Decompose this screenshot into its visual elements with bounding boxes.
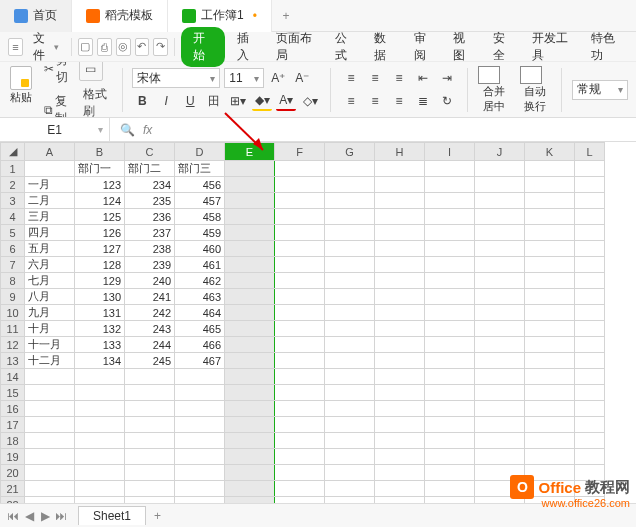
- cell-F3[interactable]: [275, 193, 325, 209]
- cell-G11[interactable]: [325, 321, 375, 337]
- cell-A16[interactable]: [25, 401, 75, 417]
- cell-E5[interactable]: [225, 225, 275, 241]
- cell-C4[interactable]: 236: [125, 209, 175, 225]
- cell-K19[interactable]: [525, 449, 575, 465]
- italic-button[interactable]: I: [156, 91, 176, 111]
- cell-H1[interactable]: [375, 161, 425, 177]
- cell-D16[interactable]: [175, 401, 225, 417]
- cell-B1[interactable]: 部门一: [75, 161, 125, 177]
- cell-H20[interactable]: [375, 465, 425, 481]
- cell-K5[interactable]: [525, 225, 575, 241]
- cell-F18[interactable]: [275, 433, 325, 449]
- row-header-13[interactable]: 13: [1, 353, 25, 369]
- cell-L21[interactable]: [575, 481, 605, 497]
- cell-K18[interactable]: [525, 433, 575, 449]
- row-header-19[interactable]: 19: [1, 449, 25, 465]
- col-header-H[interactable]: H: [375, 143, 425, 161]
- cell-G16[interactable]: [325, 401, 375, 417]
- align-bottom-icon[interactable]: ≡: [389, 68, 409, 88]
- cell-E17[interactable]: [225, 417, 275, 433]
- cell-K12[interactable]: [525, 337, 575, 353]
- col-header-I[interactable]: I: [425, 143, 475, 161]
- cell-B8[interactable]: 129: [75, 273, 125, 289]
- cell-E8[interactable]: [225, 273, 275, 289]
- cell-K6[interactable]: [525, 241, 575, 257]
- cell-J8[interactable]: [475, 273, 525, 289]
- cell-G13[interactable]: [325, 353, 375, 369]
- cell-G17[interactable]: [325, 417, 375, 433]
- cell-F10[interactable]: [275, 305, 325, 321]
- cell-D1[interactable]: 部门三: [175, 161, 225, 177]
- cell-E6[interactable]: [225, 241, 275, 257]
- row-header-14[interactable]: 14: [1, 369, 25, 385]
- cell-H8[interactable]: [375, 273, 425, 289]
- undo-icon[interactable]: ↶: [135, 38, 150, 56]
- cell-H10[interactable]: [375, 305, 425, 321]
- cell-G19[interactable]: [325, 449, 375, 465]
- cell-H4[interactable]: [375, 209, 425, 225]
- cell-H7[interactable]: [375, 257, 425, 273]
- cell-L6[interactable]: [575, 241, 605, 257]
- cell-F16[interactable]: [275, 401, 325, 417]
- cell-C17[interactable]: [125, 417, 175, 433]
- cell-J2[interactable]: [475, 177, 525, 193]
- cell-K15[interactable]: [525, 385, 575, 401]
- cell-K1[interactable]: [525, 161, 575, 177]
- cell-D21[interactable]: [175, 481, 225, 497]
- col-header-C[interactable]: C: [125, 143, 175, 161]
- cell-G3[interactable]: [325, 193, 375, 209]
- redo-icon[interactable]: ↷: [153, 38, 168, 56]
- cell-I18[interactable]: [425, 433, 475, 449]
- cell-D5[interactable]: 459: [175, 225, 225, 241]
- cell-F20[interactable]: [275, 465, 325, 481]
- cell-J18[interactable]: [475, 433, 525, 449]
- cell-A8[interactable]: 七月: [25, 273, 75, 289]
- col-header-L[interactable]: L: [575, 143, 605, 161]
- row-header-4[interactable]: 4: [1, 209, 25, 225]
- row-header-9[interactable]: 9: [1, 289, 25, 305]
- row-header-18[interactable]: 18: [1, 433, 25, 449]
- cell-E14[interactable]: [225, 369, 275, 385]
- menu-devtools[interactable]: 开发工具: [524, 27, 579, 67]
- cell-C8[interactable]: 240: [125, 273, 175, 289]
- col-header-F[interactable]: F: [275, 143, 325, 161]
- cell-I5[interactable]: [425, 225, 475, 241]
- menu-pagelayout[interactable]: 页面布局: [268, 27, 323, 67]
- justify-icon[interactable]: ≣: [413, 91, 433, 111]
- cell-B13[interactable]: 134: [75, 353, 125, 369]
- cell-A17[interactable]: [25, 417, 75, 433]
- cell-J19[interactable]: [475, 449, 525, 465]
- cell-G4[interactable]: [325, 209, 375, 225]
- cell-H18[interactable]: [375, 433, 425, 449]
- col-header-B[interactable]: B: [75, 143, 125, 161]
- cell-G1[interactable]: [325, 161, 375, 177]
- row-header-6[interactable]: 6: [1, 241, 25, 257]
- cell-I17[interactable]: [425, 417, 475, 433]
- cell-G8[interactable]: [325, 273, 375, 289]
- cell-C7[interactable]: 239: [125, 257, 175, 273]
- cell-G15[interactable]: [325, 385, 375, 401]
- cell-B19[interactable]: [75, 449, 125, 465]
- cell-L7[interactable]: [575, 257, 605, 273]
- cell-K11[interactable]: [525, 321, 575, 337]
- bold-button[interactable]: B: [132, 91, 152, 111]
- cell-J9[interactable]: [475, 289, 525, 305]
- app-menu-icon[interactable]: ≡: [8, 38, 23, 56]
- menu-view[interactable]: 视图: [445, 27, 480, 67]
- cell-I3[interactable]: [425, 193, 475, 209]
- cell-K14[interactable]: [525, 369, 575, 385]
- cell-K3[interactable]: [525, 193, 575, 209]
- cell-A10[interactable]: 九月: [25, 305, 75, 321]
- cell-L3[interactable]: [575, 193, 605, 209]
- cell-L17[interactable]: [575, 417, 605, 433]
- align-top-icon[interactable]: ≡: [341, 68, 361, 88]
- cell-C9[interactable]: 241: [125, 289, 175, 305]
- row-header-8[interactable]: 8: [1, 273, 25, 289]
- underline-button[interactable]: U: [180, 91, 200, 111]
- menu-data[interactable]: 数据: [366, 27, 401, 67]
- cell-J15[interactable]: [475, 385, 525, 401]
- cell-F1[interactable]: [275, 161, 325, 177]
- col-header-J[interactable]: J: [475, 143, 525, 161]
- menu-security[interactable]: 安全: [485, 27, 520, 67]
- cell-F19[interactable]: [275, 449, 325, 465]
